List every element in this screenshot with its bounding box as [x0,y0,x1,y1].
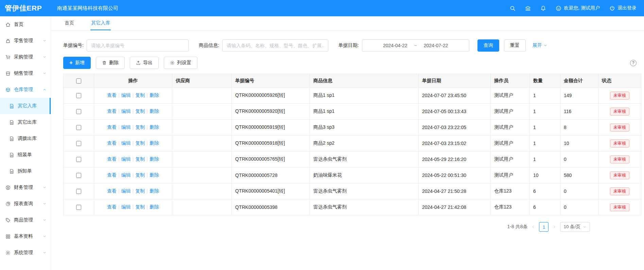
operator-cell: 测试用户 [491,151,530,167]
status-cell: 未审核 [598,199,641,215]
sidebar-item-label: 基本资料 [14,233,42,239]
view-link[interactable]: 查看 [107,204,117,210]
delete-link[interactable]: 删除 [150,140,159,146]
row-checkbox[interactable] [76,205,81,210]
sidebar-item-report[interactable]: 报表查询 [0,196,51,212]
sidebar-subitem-assembly-order[interactable]: 组装单 [0,147,51,163]
sidebar-item-retail[interactable]: 零售管理 [0,33,51,49]
row-checkbox[interactable] [76,173,81,178]
action-separator: | [118,204,120,210]
expand-link[interactable]: 展开 [533,42,547,49]
view-link[interactable]: 查看 [107,92,117,98]
row-checkbox[interactable] [76,125,81,130]
status-badge: 未审核 [610,203,630,211]
supplier-cell [172,167,232,183]
delete-link[interactable]: 删除 [150,156,159,162]
edit-link[interactable]: 编辑 [121,172,131,178]
bank-icon[interactable] [525,5,531,11]
delete-link[interactable]: 删除 [150,188,159,194]
sidebar-subitem-other-outbound[interactable]: 其它出库 [0,114,51,130]
table-row: 查看|编辑|复制|删除QTRK00000005765[转]雷达杀虫气雾剂2024… [64,151,641,167]
copy-link[interactable]: 复制 [135,172,145,178]
copy-link[interactable]: 复制 [135,140,145,146]
copy-link[interactable]: 复制 [135,156,145,162]
view-link[interactable]: 查看 [107,108,117,114]
date-start-value[interactable]: 2024-04-22 [383,43,407,48]
sidebar-item-basic[interactable]: 基本资料 [0,228,51,245]
help-icon[interactable]: ? [630,60,637,66]
delete-link[interactable]: 删除 [150,92,159,98]
select-all-checkbox[interactable] [76,78,81,84]
operator-cell: 仓库123 [491,199,530,215]
edit-link[interactable]: 编辑 [121,92,131,98]
copy-link[interactable]: 复制 [135,204,145,210]
copy-link[interactable]: 复制 [135,92,145,98]
delete-link[interactable]: 删除 [150,172,159,178]
search-button[interactable]: 查询 [477,39,499,52]
edit-link[interactable]: 编辑 [121,204,131,210]
action-separator: | [146,124,148,130]
view-link[interactable]: 查看 [107,140,117,146]
row-checkbox[interactable] [76,141,81,146]
status-cell: 未审核 [598,120,641,136]
export-button[interactable]: 导出 [130,57,159,69]
sidebar-subitem-disassembly-order[interactable]: 拆卸单 [0,163,51,179]
doc-no-input[interactable] [87,39,189,52]
row-actions-cell: 查看|编辑|复制|删除 [94,104,172,120]
status-badge: 未审核 [610,124,630,131]
view-link[interactable]: 查看 [107,172,117,178]
operator-cell: 仓库123 [491,183,530,199]
edit-link[interactable]: 编辑 [121,124,131,130]
row-checkbox[interactable] [76,189,81,194]
prev-page-button[interactable] [531,225,535,229]
sidebar-subitem-other-inbound[interactable]: 其它入库 [0,98,51,114]
page-size-select[interactable]: 10 条/页 [560,222,590,232]
sidebar-item-sales[interactable]: 销售管理 [0,65,51,82]
tab-home[interactable]: 首页 [64,16,75,30]
reset-button[interactable]: 重置 [504,39,526,52]
row-checkbox[interactable] [76,93,81,98]
product-info-cell: 雷达杀虫气雾剂 [310,151,419,167]
row-checkbox[interactable] [76,109,81,114]
sidebar-item-goods[interactable]: 商品管理 [0,212,51,228]
doc-date-cell: 2024-05-22 00:51:30 [419,167,491,183]
current-page-button[interactable]: 1 [539,222,549,232]
sidebar-item-system[interactable]: 系统管理 [0,245,51,261]
view-link[interactable]: 查看 [107,124,117,130]
edit-link[interactable]: 编辑 [121,140,131,146]
view-link[interactable]: 查看 [107,156,117,162]
product-info-input[interactable] [222,39,328,52]
action-separator: | [146,108,148,114]
amount-cell: 0 [560,199,598,215]
edit-link[interactable]: 编辑 [121,108,131,114]
column-settings-button[interactable]: 列设置 [164,57,197,69]
logout-button[interactable]: 退出登录 [609,5,637,11]
edit-link[interactable]: 编辑 [121,156,131,162]
status-badge: 未审核 [610,156,630,163]
delete-link[interactable]: 删除 [150,108,159,114]
copy-link[interactable]: 复制 [135,188,145,194]
date-range-picker[interactable]: 2024-04-22 ~ 2024-07-22 [362,39,469,52]
edit-link[interactable]: 编辑 [121,188,131,194]
sidebar-item-finance[interactable]: 财务管理 [0,179,51,196]
next-page-button[interactable] [552,225,556,229]
sidebar-item-purchase[interactable]: 采购管理 [0,49,51,65]
delete-button[interactable]: 删除 [96,57,125,69]
user-menu[interactable]: 欢迎您, 测试用户 [556,5,600,11]
bell-icon[interactable] [540,5,546,11]
sidebar-item-warehouse[interactable]: 仓库管理 [0,82,51,98]
column-header-actions: 操作 [94,74,172,88]
copy-link[interactable]: 复制 [135,124,145,130]
row-checkbox[interactable] [76,157,81,162]
delete-link[interactable]: 删除 [150,204,159,210]
delete-link[interactable]: 删除 [150,124,159,130]
date-end-value[interactable]: 2024-07-22 [424,43,448,48]
sidebar-subitem-transfer-outbound[interactable]: 调拨出库 [0,130,51,147]
search-icon[interactable] [510,5,516,11]
sidebar-item-home[interactable]: 首页 [0,16,51,33]
copy-link[interactable]: 复制 [135,108,145,114]
view-link[interactable]: 查看 [107,188,117,194]
sidebar-item-label: 系统管理 [14,250,42,256]
add-button[interactable]: + 新增 [63,57,91,69]
tab-other-inbound[interactable]: 其它入库 [90,16,111,30]
